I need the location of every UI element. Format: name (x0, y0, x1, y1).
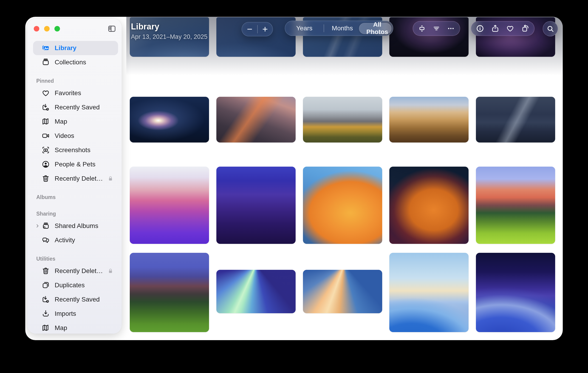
sidebar-item-map[interactable]: Map (33, 115, 118, 129)
info-button[interactable] (474, 22, 486, 35)
sidebar-item-label: Recently Delet… (55, 267, 103, 275)
photo-high-sierra-lake[interactable] (303, 97, 382, 142)
rotate-icon (521, 24, 530, 33)
photo-sequoia-wave-light[interactable] (389, 253, 469, 332)
sidebar-item-library[interactable]: Library (33, 41, 118, 55)
more-button[interactable] (444, 22, 457, 35)
photo-sierra-peak-sunset[interactable] (216, 97, 296, 142)
sidebar-icon (107, 24, 116, 33)
filter-button[interactable] (430, 22, 443, 35)
sidebar-item-videos[interactable]: Videos (33, 129, 118, 143)
sidebar-item-label: Map (55, 324, 67, 332)
page-header: Library Apr 13, 2021–May 20, 2025 (131, 22, 207, 41)
photo-monterey-dark[interactable] (216, 167, 296, 244)
people-icon (41, 160, 50, 169)
sidebar-item-shared-albums[interactable]: Shared Albums (33, 219, 118, 233)
sidebar-item-label: Favorites (55, 89, 81, 97)
ellipsis-icon (447, 24, 455, 33)
segment-all-photos[interactable]: All Photos (361, 21, 394, 36)
filter-icon (432, 24, 441, 33)
sidebar-item-label: People & Pets (55, 161, 95, 168)
recently-saved-icon (41, 295, 50, 304)
sidebar-item-label: Imports (55, 310, 76, 317)
plus-icon (261, 25, 269, 33)
rotate-button[interactable] (519, 22, 532, 35)
duplicates-icon (41, 281, 50, 289)
share-icon (491, 24, 500, 33)
sidebar-item-recently-delet[interactable]: Recently Delet… (33, 171, 118, 186)
info-icon (476, 24, 484, 33)
segment-months[interactable]: Months (324, 21, 361, 36)
sidebar-item-collections[interactable]: Collections (33, 55, 118, 69)
favorite-button[interactable] (504, 22, 516, 35)
sidebar-item-recently-saved[interactable]: Recently Saved (33, 100, 118, 115)
sidebar-item-label: Activity (55, 236, 75, 244)
share-button[interactable] (489, 22, 502, 35)
recently-saved-icon (41, 103, 50, 112)
heart-icon (41, 89, 50, 97)
close-button[interactable] (34, 26, 39, 32)
zoom-control (242, 22, 273, 36)
zoom-out-button[interactable] (243, 23, 256, 36)
photo-sequoia-rays-orange[interactable] (303, 270, 382, 313)
sidebar-item-activity[interactable]: Activity (33, 233, 118, 247)
date-range: Apr 13, 2021–May 20, 2025 (131, 33, 207, 41)
photo-sonoma-light[interactable] (476, 167, 555, 244)
sidebar-toggle-button[interactable] (107, 24, 117, 33)
sidebar-item-imports[interactable]: Imports (33, 307, 118, 321)
photo-sequoia-rays-blue[interactable] (216, 270, 296, 313)
window-controls (34, 26, 60, 32)
aspect-ratio-button[interactable] (416, 22, 428, 35)
sidebar-item-screenshots[interactable]: Screenshots (33, 143, 118, 157)
sidebar-item-favorites[interactable]: Favorites (33, 86, 118, 100)
disclosure-chevron[interactable] (34, 219, 41, 233)
sidebar-item-label: Recently Saved (55, 104, 100, 111)
sidebar-section-sharing: Sharing (36, 206, 118, 219)
search-button[interactable] (543, 21, 558, 36)
sidebar-item-label: Map (55, 118, 67, 125)
sidebar-item-recently-saved[interactable]: Recently Saved (33, 292, 118, 307)
heart-icon (506, 24, 514, 33)
aspect-ratio-icon (418, 24, 426, 33)
actions-pill (471, 21, 535, 36)
activity-icon (41, 236, 50, 245)
photo-sequoia-wave-dark[interactable] (476, 253, 555, 332)
sidebar-section-albums: Albums (36, 190, 118, 202)
photo-monterey-light[interactable] (130, 167, 209, 244)
shared-albums-icon (41, 222, 50, 230)
library-icon (41, 44, 50, 53)
sidebar-item-label: Recently Delet… (55, 175, 103, 182)
view-options-pill (413, 21, 460, 36)
chevron-right-icon (35, 224, 40, 228)
sidebar-item-duplicates[interactable]: Duplicates (33, 278, 118, 292)
sidebar: LibraryCollectionsPinnedFavoritesRecentl… (27, 19, 122, 334)
photo-mojave-dune-day[interactable] (389, 97, 469, 142)
zoom-in-button[interactable] (259, 23, 272, 36)
lock-icon (107, 267, 114, 274)
photo-mojave-dune-night[interactable] (476, 97, 555, 142)
sidebar-item-label: Collections (55, 59, 86, 66)
lock-badge (107, 175, 114, 182)
photos-window: Library Apr 13, 2021–May 20, 2025 Years … (25, 17, 563, 340)
sidebar-item-label: Library (55, 44, 76, 52)
search-icon (546, 24, 555, 33)
photo-andromeda-galaxy[interactable] (130, 97, 209, 142)
videos-icon (41, 131, 50, 140)
desktop: { "app": {"name": "Photos"}, "header": {… (0, 0, 588, 373)
photo-ventura-light[interactable] (303, 167, 382, 244)
map-icon (41, 117, 50, 126)
fullscreen-button[interactable] (54, 26, 60, 32)
minimize-button[interactable] (44, 26, 50, 32)
map-icon (41, 324, 50, 332)
view-segmented-control: Years Months All Photos (285, 21, 393, 36)
sidebar-section-pinned: Pinned (36, 74, 118, 86)
sidebar-item-label: Recently Saved (55, 296, 100, 303)
sidebar-item-recently-delet[interactable]: Recently Delet… (33, 264, 118, 278)
imports-icon (41, 309, 50, 318)
photo-sonoma-dark[interactable] (130, 253, 209, 332)
trash-icon (41, 266, 50, 275)
sidebar-item-people-pets[interactable]: People & Pets (33, 157, 118, 171)
photo-ventura-dark[interactable] (389, 167, 469, 244)
segment-years[interactable]: Years (285, 21, 324, 36)
sidebar-item-map[interactable]: Map (33, 321, 118, 334)
